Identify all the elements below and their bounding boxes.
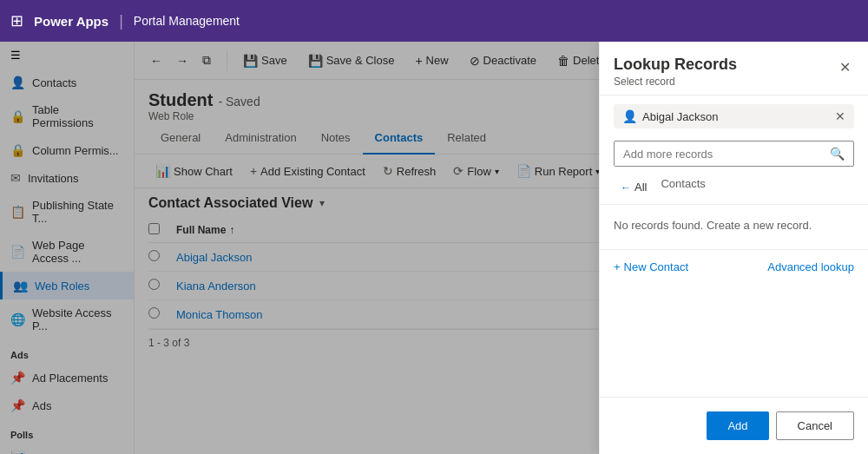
lookup-footer: Add Cancel xyxy=(600,397,868,454)
back-arrow-icon: ← xyxy=(621,181,631,194)
lookup-filter-bar: ← All Contacts xyxy=(600,170,868,205)
lookup-close-button[interactable]: ✕ xyxy=(836,56,854,79)
app-name: Power Apps xyxy=(34,14,108,29)
cancel-button[interactable]: Cancel xyxy=(776,411,854,440)
advanced-lookup-link[interactable]: Advanced lookup xyxy=(767,260,854,273)
filter-all-tab[interactable]: ← All xyxy=(614,177,654,197)
lookup-search-button[interactable]: 🔍 xyxy=(821,141,853,166)
filter-all-label: All xyxy=(635,181,647,194)
filter-contacts-label: Contacts xyxy=(661,177,705,197)
new-contact-link[interactable]: + New Contact xyxy=(614,260,688,273)
lookup-header: Lookup Records Select record ✕ xyxy=(600,42,868,95)
no-results-message: No records found. Create a new record. xyxy=(600,205,868,246)
lookup-search-box: 🔍 xyxy=(614,141,854,167)
add-button[interactable]: Add xyxy=(707,411,768,440)
lookup-actions: + New Contact Advanced lookup xyxy=(600,249,868,284)
chip-person-icon: 👤 xyxy=(622,109,637,123)
lookup-search-input[interactable] xyxy=(615,142,821,166)
lookup-title: Lookup Records xyxy=(614,56,737,74)
selected-record-chip: 👤 Abigal Jackson ✕ xyxy=(614,104,854,128)
chip-close-button[interactable]: ✕ xyxy=(835,109,845,123)
chip-name: Abigal Jackson xyxy=(642,110,830,123)
nav-separator: | xyxy=(119,12,123,30)
lookup-panel: Lookup Records Select record ✕ 👤 Abigal … xyxy=(599,42,868,454)
new-contact-label: New Contact xyxy=(624,260,688,273)
waffle-icon[interactable]: ⊞ xyxy=(10,11,23,30)
new-contact-plus-icon: + xyxy=(614,260,621,273)
lookup-subtitle: Select record xyxy=(614,76,737,88)
portal-name: Portal Management xyxy=(134,14,240,28)
